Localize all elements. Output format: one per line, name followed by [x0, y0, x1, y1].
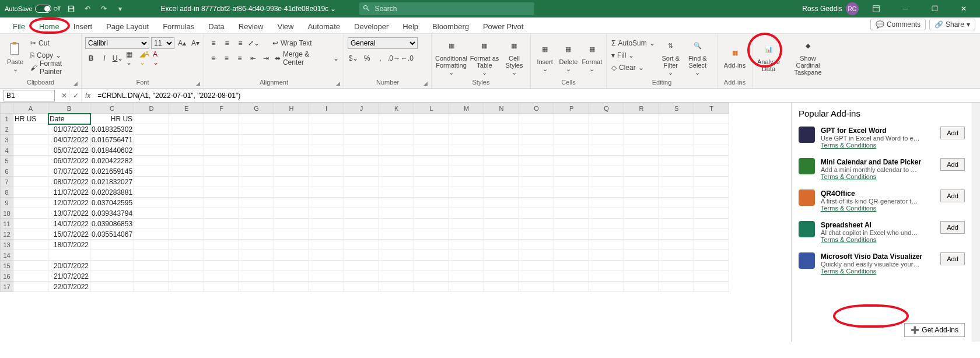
analyze-data-button[interactable]: 📊Analyze Data: [756, 37, 781, 76]
increase-indent-icon[interactable]: ⇥: [260, 52, 272, 64]
cell[interactable]: [204, 156, 239, 166]
number-dialog-launcher[interactable]: ◢: [424, 80, 428, 86]
format-painter-button[interactable]: 🖌 Format Painter: [29, 62, 78, 73]
cell[interactable]: [554, 271, 589, 282]
cell[interactable]: [484, 261, 519, 271]
cell[interactable]: [519, 198, 554, 208]
cell[interactable]: [309, 114, 344, 124]
cell[interactable]: [694, 219, 729, 229]
cell[interactable]: [134, 282, 169, 292]
cell[interactable]: [274, 261, 309, 271]
percent-icon[interactable]: %: [361, 52, 373, 64]
cell[interactable]: [519, 177, 554, 187]
cell[interactable]: [309, 229, 344, 240]
cell[interactable]: [274, 250, 309, 261]
cell[interactable]: [449, 261, 484, 271]
cell[interactable]: [694, 208, 729, 219]
cell[interactable]: [694, 187, 729, 198]
cell[interactable]: [344, 135, 379, 145]
cell[interactable]: [554, 261, 589, 271]
decrease-indent-icon[interactable]: ⇤: [247, 52, 259, 64]
show-cardinal-taskpane-button[interactable]: ◆Show Cardinal Taskpane: [788, 37, 828, 76]
align-top-icon[interactable]: ≡: [208, 37, 219, 49]
cell[interactable]: [554, 198, 589, 208]
cell[interactable]: [309, 135, 344, 145]
cell[interactable]: [624, 124, 659, 135]
fx-icon[interactable]: fx: [82, 92, 94, 100]
cell[interactable]: [134, 156, 169, 166]
row-header[interactable]: 17: [1, 282, 13, 292]
cell[interactable]: 05/07/2022: [48, 145, 90, 156]
comma-icon[interactable]: ,: [374, 52, 386, 64]
cell[interactable]: [169, 145, 204, 156]
conditional-formatting-button[interactable]: ▦Conditional Formatting ⌄: [435, 37, 467, 76]
row-header[interactable]: 12: [1, 229, 13, 240]
cell[interactable]: [90, 271, 134, 282]
row-header[interactable]: 3: [1, 135, 13, 145]
cell[interactable]: [694, 177, 729, 187]
cell[interactable]: [344, 271, 379, 282]
row-header[interactable]: 15: [1, 261, 13, 271]
cell[interactable]: [169, 250, 204, 261]
col-header[interactable]: J: [344, 103, 379, 114]
cell[interactable]: [379, 250, 414, 261]
cell[interactable]: [169, 208, 204, 219]
col-header[interactable]: Q: [589, 103, 624, 114]
cell[interactable]: [344, 156, 379, 166]
cell[interactable]: [589, 250, 624, 261]
cell[interactable]: [169, 166, 204, 177]
cell[interactable]: 08/07/2022: [48, 177, 90, 187]
border-icon[interactable]: ▦ ⌄: [125, 52, 137, 64]
addin-add-button[interactable]: Add: [940, 158, 965, 171]
cell[interactable]: [484, 198, 519, 208]
col-header[interactable]: M: [449, 103, 484, 114]
cell[interactable]: [589, 124, 624, 135]
cell[interactable]: [379, 166, 414, 177]
cell[interactable]: [344, 229, 379, 240]
cell[interactable]: [589, 114, 624, 124]
save-icon[interactable]: [65, 3, 77, 15]
align-left-icon[interactable]: ≡: [208, 52, 219, 64]
row-header[interactable]: 2: [1, 124, 13, 135]
cell[interactable]: [519, 166, 554, 177]
cell[interactable]: [344, 177, 379, 187]
row-header[interactable]: 14: [1, 250, 13, 261]
cell[interactable]: 18/07/2022: [48, 240, 90, 250]
cell[interactable]: [519, 219, 554, 229]
cell[interactable]: [589, 198, 624, 208]
cell[interactable]: [309, 187, 344, 198]
cell[interactable]: [13, 261, 48, 271]
cell[interactable]: [134, 166, 169, 177]
cell[interactable]: 0.037042595: [90, 198, 134, 208]
cell[interactable]: 21/07/2022: [48, 271, 90, 282]
cell[interactable]: [13, 166, 48, 177]
cell[interactable]: [274, 156, 309, 166]
cell[interactable]: [204, 240, 239, 250]
cell[interactable]: [624, 219, 659, 229]
cell[interactable]: [554, 219, 589, 229]
format-as-table-button[interactable]: ▦Format as Table ⌄: [470, 37, 499, 76]
cell[interactable]: [134, 135, 169, 145]
cell[interactable]: [169, 198, 204, 208]
cell[interactable]: [134, 114, 169, 124]
cell[interactable]: [169, 261, 204, 271]
cell[interactable]: 0.018440602: [90, 145, 134, 156]
tab-formulas[interactable]: Formulas: [156, 20, 201, 33]
cell[interactable]: [519, 229, 554, 240]
addin-add-button[interactable]: Add: [940, 189, 965, 202]
cell[interactable]: [449, 156, 484, 166]
addins-button[interactable]: ▦Add-ins: [721, 37, 748, 76]
row-header[interactable]: 4: [1, 145, 13, 156]
cell[interactable]: [554, 177, 589, 187]
cell[interactable]: [239, 198, 274, 208]
cell[interactable]: [659, 282, 694, 292]
cell[interactable]: [204, 229, 239, 240]
cell[interactable]: [484, 166, 519, 177]
cell[interactable]: 11/07/2022: [48, 187, 90, 198]
cell[interactable]: [274, 114, 309, 124]
cell[interactable]: [554, 229, 589, 240]
cell[interactable]: [239, 282, 274, 292]
tab-view[interactable]: View: [270, 20, 300, 33]
cell[interactable]: [519, 124, 554, 135]
cell[interactable]: [659, 198, 694, 208]
